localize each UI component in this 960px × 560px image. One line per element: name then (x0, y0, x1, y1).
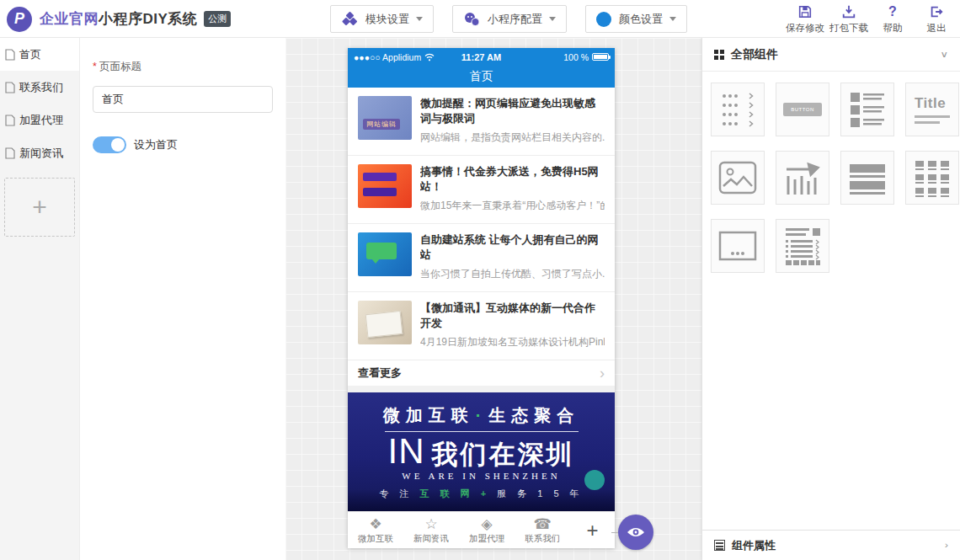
sidebar-item-label: 联系我们 (19, 80, 63, 95)
section-gap (348, 386, 615, 392)
add-page-button[interactable]: + (4, 178, 75, 237)
image-grid-component[interactable] (905, 151, 959, 205)
news-text: 【微加通讯】互动媒体的新一代合作开发 4月19日新加坡知名互动媒体设计机构Pin… (420, 301, 605, 351)
set-homepage-label: 设为首页 (134, 137, 178, 152)
news-thumbnail (358, 301, 412, 344)
preview-eye-button[interactable] (618, 515, 653, 550)
tab-news[interactable]: ☆ 新闻资讯 (403, 516, 459, 545)
news-text: 自助建站系统 让每个人拥有自己的网站 当你习惯了自拍上传优酷、习惯了写点小... (420, 232, 605, 283)
chart-arrow-icon (783, 159, 822, 196)
app-title: 企业官网小程序DIY系统 (40, 9, 197, 29)
exit-button[interactable]: 退出 (915, 3, 958, 35)
carousel-component[interactable] (711, 219, 765, 273)
menu-list-icon (717, 89, 758, 130)
title-component[interactable]: Title (905, 83, 959, 136)
banner-green-dot: · (476, 406, 488, 424)
eye-icon (627, 525, 645, 539)
page-file-icon (5, 49, 15, 61)
tab-contact[interactable]: ☎ 联系我们 (515, 516, 570, 545)
news-summary: 网站编辑，是指负责网站栏目相关内容的... (420, 131, 605, 145)
page-settings-panel: *页面标题 设为首页 (81, 38, 285, 560)
news-thumbnail (358, 232, 412, 276)
sidebar-item-label: 新闻资讯 (19, 146, 63, 161)
beta-badge: 公测 (204, 11, 231, 27)
component-properties-bar[interactable]: 组件属性 › (702, 530, 960, 560)
news-item[interactable]: 网站编辑 微加提醒：网页编辑应避免出现敏感词与极限词 网站编辑，是指负责网站栏目… (348, 88, 615, 156)
news-item[interactable]: 【微加通讯】互动媒体的新一代合作开发 4月19日新加坡知名互动媒体设计机构Pin… (348, 292, 615, 360)
carousel-icon (717, 230, 758, 262)
help-question-icon: ? (888, 3, 897, 20)
banner-teal-circle (584, 470, 605, 490)
banner-cn-text: 我们在深圳 (432, 437, 575, 472)
news-title: 搞事情！代金券大派送，免费得H5网站！ (420, 164, 605, 195)
miniprogram-config-dropdown[interactable]: 小程序配置 (452, 5, 567, 33)
help-button[interactable]: ? 帮助 (871, 3, 915, 35)
sidebar-item-home[interactable]: 首页 (0, 38, 79, 71)
save-floppy-icon (797, 3, 813, 20)
image-component[interactable] (711, 151, 765, 205)
sidebar-item-agency[interactable]: 加盟代理 (0, 104, 79, 136)
page-layout-icon (782, 226, 823, 266)
tab-label: 联系我们 (525, 533, 560, 545)
menu-list-component[interactable] (711, 83, 765, 136)
page-file-icon (5, 115, 15, 126)
download-icon (841, 3, 856, 20)
top-header: P 企业官网小程序DIY系统 公测 模块设置 (0, 0, 960, 38)
view-more-row[interactable]: 查看更多 › (348, 360, 615, 386)
news-text: 微加提醒：网页编辑应避免出现敏感词与极限词 网站编辑，是指负责网站栏目相关内容的… (420, 96, 605, 147)
sidebar-item-contact[interactable]: 联系我们 (0, 71, 79, 104)
page-file-icon (5, 147, 15, 159)
button-component[interactable]: BUTTON (776, 83, 829, 136)
phone-preview: ●●●○○ Applidium 11:27 AM 100 % 首页 网站编辑 微… (348, 48, 615, 548)
status-battery: 100 % (516, 52, 609, 62)
page-title-input[interactable] (93, 86, 273, 113)
save-button[interactable]: 保存修改 (783, 3, 827, 35)
news-item[interactable]: 自助建站系统 让每个人拥有自己的网站 当你习惯了自拍上传优酷、习惯了写点小... (348, 224, 615, 292)
banner-image[interactable]: 微加互联·生态聚合 IN 我们在深圳 WE ARE IN SHENZHEN 专 … (348, 392, 615, 511)
brand: P 企业官网小程序DIY系统 公测 (7, 0, 231, 38)
color-circle-icon (596, 12, 611, 27)
imagetext-list-component[interactable] (840, 83, 894, 136)
news-thumbnail (358, 164, 412, 208)
app-title-accent: 企业官网 (40, 11, 99, 27)
news-title: 【微加通讯】互动媒体的新一代合作开发 (420, 301, 605, 332)
phone-status-bar: ●●●○○ Applidium 11:27 AM 100 % (348, 48, 615, 66)
components-panel-title: 全部组件 (731, 47, 940, 62)
image-icon (718, 161, 757, 195)
home-toggle-row: 设为首页 (93, 136, 285, 153)
modules-cubes-icon (341, 11, 358, 28)
tab-label: 微加互联 (358, 533, 393, 545)
chevron-right-icon: › (600, 365, 605, 382)
news-summary: 4月19日新加坡知名互动媒体设计机构Pinh... (420, 335, 605, 349)
page-layout-component[interactable] (776, 219, 829, 273)
imagetext-list-icon (847, 89, 888, 130)
news-thumbnail: 网站编辑 (358, 96, 412, 140)
sidebar-item-news[interactable]: 新闻资讯 (0, 136, 79, 169)
caret-down-icon (416, 17, 423, 21)
banner-rows-icon (847, 161, 888, 195)
tab-add-button[interactable]: + (570, 519, 615, 542)
chart-component[interactable] (776, 151, 829, 205)
news-item[interactable]: 搞事情！代金券大派送，免费得H5网站！ 微加15年来一直秉承着“用心感动客户！”… (348, 156, 615, 224)
components-panel-header[interactable]: 全部组件 ∨ (702, 38, 960, 72)
wifi-icon (424, 53, 435, 61)
settings-dropdowns: 模块设置 小程序配置 颜色设置 (330, 5, 687, 33)
tab-weijia[interactable]: ❖ 微加互联 (348, 516, 403, 545)
banner-rows-component[interactable] (840, 151, 894, 205)
sidebar-item-label: 首页 (19, 47, 41, 62)
chevron-right-icon: › (945, 541, 948, 551)
tags-diamond-icon: ◈ (482, 516, 493, 532)
news-text: 搞事情！代金券大派送，免费得H5网站！ 微加15年来一直秉承着“用心感动客户！”… (420, 164, 605, 215)
pages-sidebar: 首页 联系我们 加盟代理 新闻资讯 + (0, 38, 80, 560)
color-settings-label: 颜色设置 (619, 12, 663, 27)
components-grid: BUTTON Title (702, 72, 960, 284)
module-settings-dropdown[interactable]: 模块设置 (330, 5, 434, 33)
set-homepage-toggle[interactable] (93, 136, 126, 153)
required-asterisk: * (93, 61, 97, 72)
status-time: 11:27 AM (446, 52, 516, 62)
diamond-logo-icon: ❖ (369, 516, 381, 532)
view-more-label: 查看更多 (358, 365, 402, 381)
tab-agency[interactable]: ◈ 加盟代理 (459, 516, 515, 545)
color-settings-dropdown[interactable]: 颜色设置 (585, 5, 687, 33)
download-button[interactable]: 打包下载 (827, 3, 871, 35)
